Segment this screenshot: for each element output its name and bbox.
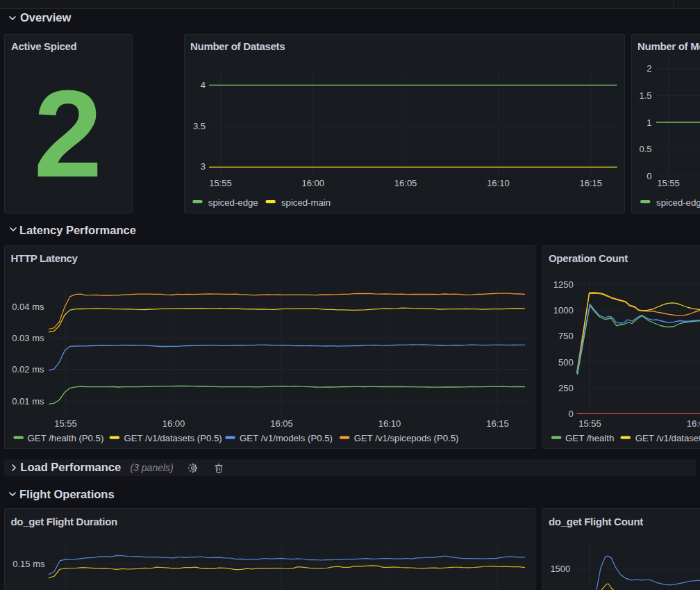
svg-text:GET /v1/spicepods (P0.5): GET /v1/spicepods (P0.5) (354, 433, 459, 443)
svg-text:1: 1 (647, 117, 651, 128)
svg-text:0.15 ms: 0.15 ms (12, 559, 45, 569)
svg-text:GET /v1/datasets (P0.5): GET /v1/datasets (P0.5) (124, 433, 222, 443)
svg-text:3: 3 (200, 161, 205, 172)
svg-text:16:00: 16:00 (301, 178, 324, 188)
svg-text:250: 250 (558, 383, 573, 393)
svg-text:spiced-edge: spiced-edge (656, 197, 700, 208)
svg-text:750: 750 (558, 331, 573, 341)
svg-text:0.04 ms: 0.04 ms (12, 302, 44, 312)
svg-text:16:15: 16:15 (579, 178, 602, 188)
svg-text:16:10: 16:10 (378, 418, 401, 429)
svg-text:GET /v1/datasets: GET /v1/datasets (635, 433, 700, 443)
svg-text:16:00: 16:00 (686, 418, 700, 429)
svg-text:15:55: 15:55 (578, 418, 601, 429)
svg-text:spiced-edge: spiced-edge (208, 197, 258, 208)
svg-text:1.5: 1.5 (639, 90, 651, 101)
svg-text:1250: 1250 (553, 279, 573, 290)
svg-text:16:05: 16:05 (394, 178, 417, 188)
svg-text:0: 0 (647, 171, 651, 181)
svg-text:1000: 1000 (553, 305, 573, 316)
svg-text:16:15: 16:15 (486, 418, 509, 429)
svg-text:0.02 ms: 0.02 ms (12, 364, 44, 375)
svg-text:4: 4 (200, 80, 205, 90)
svg-text:GET /health (P0.5): GET /health (P0.5) (28, 433, 104, 443)
svg-text:GET /health: GET /health (565, 433, 614, 443)
svg-text:15:55: 15:55 (54, 418, 77, 429)
svg-text:3.5: 3.5 (192, 121, 205, 131)
svg-text:15:55: 15:55 (209, 178, 232, 188)
svg-text:0.01 ms: 0.01 ms (12, 396, 44, 407)
svg-text:16:00: 16:00 (162, 418, 185, 429)
svg-text:16:05: 16:05 (270, 418, 293, 429)
svg-text:1500: 1500 (550, 564, 570, 574)
svg-text:0.03 ms: 0.03 ms (12, 333, 44, 343)
svg-text:16:10: 16:10 (487, 178, 510, 188)
svg-text:0.5: 0.5 (639, 144, 651, 154)
svg-text:500: 500 (558, 357, 573, 368)
svg-text:GET /v1/models (P0.5): GET /v1/models (P0.5) (240, 433, 333, 443)
svg-text:spiced-main: spiced-main (281, 197, 331, 208)
svg-text:15:55: 15:55 (657, 178, 680, 188)
svg-text:2: 2 (647, 63, 651, 74)
svg-text:0: 0 (568, 409, 573, 419)
